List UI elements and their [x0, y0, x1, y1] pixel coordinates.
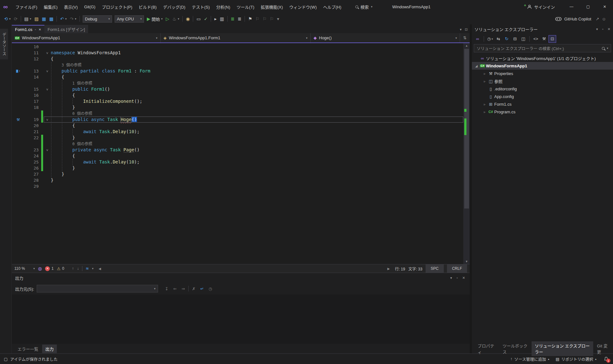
output-area-tab[interactable]: エラー一覧	[14, 345, 42, 353]
error-count[interactable]: ✕ 1	[45, 266, 54, 271]
format-document[interactable]: ▥	[218, 15, 225, 23]
code-line-12[interactable]: 12{	[12, 56, 463, 62]
code-line-18[interactable]: 18 }	[12, 104, 463, 110]
panel-splitter[interactable]	[470, 24, 472, 353]
pin-icon[interactable]: ▫	[457, 276, 458, 280]
pending-changes-filter-icon[interactable]: ◷▾	[486, 35, 494, 43]
switch-between-views-icon[interactable]: ∞	[474, 35, 481, 43]
tree-item[interactable]: ▹◫参照	[472, 77, 613, 85]
vertical-scrollbar[interactable]: ▲ ▼	[463, 43, 470, 264]
previous-bookmark[interactable]: ⚐	[254, 15, 261, 23]
code-line-content[interactable]: {	[44, 153, 463, 159]
window-options-icon[interactable]: ⊡	[465, 27, 468, 32]
menu-item[interactable]: プロジェクト(P)	[99, 0, 135, 13]
code-line-content[interactable]: ˅namespace WindowsFormsApp1	[44, 50, 463, 56]
menu-item[interactable]: デバッグ(D)	[160, 0, 189, 13]
warning-count[interactable]: ⚠ 0	[57, 266, 64, 271]
toggle-word-wrap-icon[interactable]: ↵	[198, 286, 206, 291]
zoom-select[interactable]: 110 % ▾	[14, 266, 35, 271]
menu-item[interactable]: 編集(E)	[41, 0, 61, 13]
code-line-content[interactable]: 3 個の参照	[44, 62, 463, 68]
toolbar-overflow[interactable]: ▾	[275, 15, 281, 23]
column-indicator[interactable]: 文字: 33	[408, 266, 422, 271]
open-file[interactable]: ▨	[33, 15, 40, 23]
select-repository-button[interactable]: ▤ リポジトリの選択 ▴	[556, 356, 596, 362]
code-line-content[interactable]: ˅ public async Task Hoge()	[44, 117, 463, 123]
start-without-debugging[interactable]: ▷	[164, 15, 171, 23]
code-line-content[interactable]	[44, 183, 463, 189]
goto-last-message-icon[interactable]: ↧	[163, 286, 171, 291]
menu-item[interactable]: ファイル(F)	[12, 0, 41, 13]
find-in-files[interactable]: ◉	[184, 15, 191, 23]
preview-selected-items-icon[interactable]: ⊡	[549, 35, 556, 43]
code-line-25[interactable]: 25 await Task.Delay(10);	[12, 159, 463, 165]
close-button[interactable]: ✕	[596, 0, 613, 13]
chevron-down-icon[interactable]: ▾	[92, 267, 94, 270]
code-line-15[interactable]: 15˅ public Form1()	[12, 86, 463, 92]
codelens-line[interactable]: 1 個の参照	[12, 80, 463, 86]
decrease-indent[interactable]: ≣	[229, 15, 236, 23]
code-line-20[interactable]: 20 {	[12, 123, 463, 129]
scrollbar-track[interactable]	[464, 48, 470, 259]
save-file[interactable]: ▦	[40, 15, 48, 23]
expander-icon[interactable]: ▹	[482, 102, 487, 106]
menu-item[interactable]: 分析(N)	[213, 0, 233, 13]
tab-form1-cs[interactable]: Form1.cs ▫ ✕	[12, 25, 44, 33]
copilot-label[interactable]: GitHub Copilot	[564, 17, 591, 21]
close-icon[interactable]: ✕	[608, 27, 610, 31]
navigate-back[interactable]: ⟲▾	[3, 15, 12, 23]
tool-window-tab[interactable]: ツールボックス	[499, 341, 531, 356]
code-line-content[interactable]	[44, 44, 463, 50]
spell-check[interactable]: ✓	[202, 15, 209, 23]
code-line-content[interactable]: ˅ public Form1()	[44, 86, 463, 92]
solution-platform-select[interactable]: Any CPU▾	[115, 15, 144, 23]
code-line-19[interactable]: ⚒19˅ public async Task Hoge()	[12, 117, 463, 123]
code-line-10[interactable]: 10	[12, 44, 463, 50]
expander-icon[interactable]: ▹	[482, 110, 487, 114]
code-health-icon[interactable]: ◍	[38, 266, 42, 271]
tree-item[interactable]: ▯.editorconfig	[472, 85, 613, 93]
codelens-line[interactable]: 0 個の参照	[12, 141, 463, 147]
tree-item[interactable]: ▹⊞Form1.cs	[472, 100, 613, 108]
code-line-24[interactable]: 24 {	[12, 153, 463, 159]
view-code-icon[interactable]: <>	[532, 35, 540, 43]
code-line-content[interactable]: }	[44, 165, 463, 171]
code-line-29[interactable]: 29	[12, 183, 463, 189]
code-line-content[interactable]: await Task.Delay(10);	[44, 159, 463, 165]
sign-in-button[interactable]: + サインイン	[524, 4, 555, 10]
menu-item[interactable]: Git(G)	[81, 0, 99, 13]
code-line-content[interactable]: ˅ private async Task Page()	[44, 147, 463, 153]
start-debugging[interactable]: ▶開始▾	[145, 15, 164, 23]
code-line-content[interactable]: ˅ public partial class Form1 : Form	[44, 68, 463, 74]
menu-item[interactable]: ツール(T)	[233, 0, 258, 13]
minimize-button[interactable]: —	[563, 0, 580, 13]
clear-bookmarks[interactable]: ⚐	[268, 15, 276, 23]
menu-item[interactable]: 表示(V)	[61, 0, 81, 13]
next-message-icon[interactable]: ⇒	[179, 286, 187, 291]
project-dropdown[interactable]: C# WindowsFormsApp1 ▾	[12, 33, 161, 42]
code-line-content[interactable]: InitializeComponent();	[44, 98, 463, 104]
menu-item[interactable]: 拡張機能(X)	[258, 0, 286, 13]
fold-chevron-icon[interactable]: ˅	[44, 69, 51, 73]
codelens-line[interactable]: 0 個の参照	[12, 110, 463, 117]
navigate-forward[interactable]: ⟳	[12, 15, 19, 23]
code-line-content[interactable]: {	[44, 92, 463, 98]
next-bookmark[interactable]: ⚐	[261, 15, 268, 23]
restore-button[interactable]: ▢	[580, 0, 596, 13]
code-rows[interactable]: 1011˅namespace WindowsFormsApp112{ 3 個の参…	[12, 43, 463, 264]
code-line-22[interactable]: 22 }	[12, 135, 463, 141]
tree-item[interactable]: ∞ソリューション 'WindowsFormsApp1' (1/1 のプロジェクト…	[472, 54, 613, 62]
pin-icon[interactable]: ▫	[602, 27, 603, 31]
code-cleanup-icon[interactable]: ≋	[86, 266, 89, 271]
tree-item[interactable]: ▹C#Program.cs	[472, 108, 613, 116]
code-line-11[interactable]: 11˅namespace WindowsFormsApp1	[12, 50, 463, 56]
code-line-28[interactable]: 28}	[12, 177, 463, 183]
toggle-bookmark[interactable]: ⚑	[246, 15, 254, 23]
line-indicator[interactable]: 行: 19	[395, 266, 405, 271]
previous-message-icon[interactable]: ⇐	[171, 286, 179, 291]
split-editor-icon[interactable]: ⇅	[460, 33, 470, 42]
menu-item[interactable]: ヘルプ(H)	[320, 0, 344, 13]
feedback-icon[interactable]: ☺	[602, 17, 606, 21]
chevron-down-icon[interactable]: ▾	[596, 27, 598, 31]
tree-item[interactable]: ◢C#WindowsFormsApp1	[472, 62, 613, 70]
